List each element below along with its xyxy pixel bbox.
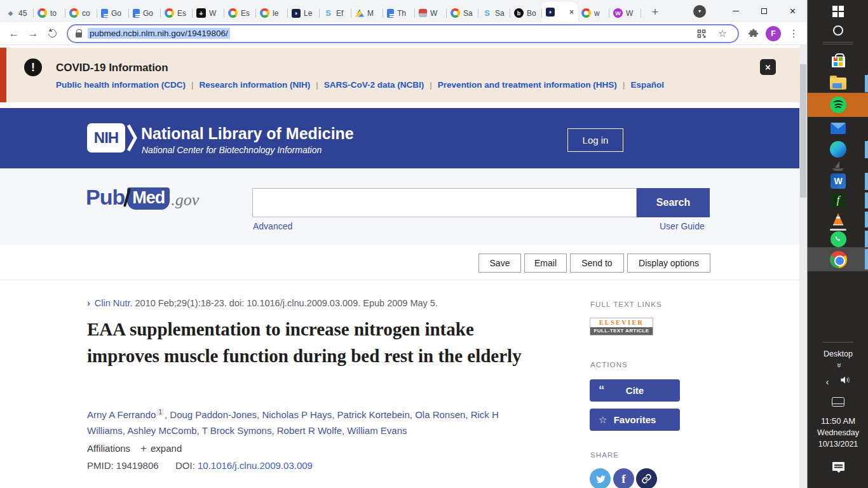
author-link[interactable]: Ola Ronsen (415, 409, 465, 420)
browser-tab[interactable]: Es (161, 4, 193, 22)
advanced-search-link[interactable]: Advanced (253, 221, 292, 231)
login-button[interactable]: Log in (567, 128, 623, 152)
word-button[interactable]: W (808, 173, 868, 189)
author-link[interactable]: Patrick Kortebein (337, 409, 410, 420)
back-button[interactable]: ← (6, 25, 22, 42)
browser-tab-active[interactable]: ››× (542, 2, 578, 22)
browser-tab[interactable]: +W (193, 4, 224, 22)
author-link[interactable]: Robert R Wolfe (277, 425, 342, 436)
clock-date[interactable]: 10/13/2021 (808, 440, 868, 449)
share-facebook-button[interactable]: f (613, 468, 634, 488)
favorites-button[interactable]: ☆ Favorites (590, 409, 680, 431)
cortana-button[interactable] (808, 24, 868, 37)
browser-tab[interactable]: w (578, 4, 609, 22)
reload-button[interactable] (44, 25, 60, 42)
start-button[interactable] (808, 4, 868, 18)
browser-tab[interactable]: le (256, 4, 288, 22)
toolbar-expand-button[interactable]: « (808, 360, 868, 370)
edge-button[interactable] (808, 141, 868, 158)
search-input[interactable] (252, 188, 637, 217)
author-link[interactable]: T Brock Symons (202, 425, 272, 436)
f-app-button[interactable]: f (808, 193, 868, 208)
author-link[interactable]: Ashley McComb (127, 425, 196, 436)
bookmark-star-icon[interactable]: ☆ (715, 26, 730, 41)
file-explorer-button[interactable] (808, 75, 868, 92)
ship-app-button[interactable] (808, 160, 868, 173)
scrollbar-thumb[interactable] (800, 64, 806, 198)
system-tray: ‹ (808, 375, 868, 388)
author-link[interactable]: Nicholas P Hays (262, 409, 332, 420)
window-minimize-button[interactable] (721, 0, 750, 22)
browser-tab[interactable]: ◆45 (2, 4, 34, 22)
author-affiliation-sup[interactable]: 1 (156, 409, 164, 416)
spotify-button[interactable] (808, 97, 868, 113)
vlc-button[interactable] (808, 212, 868, 227)
elsevier-full-text-badge[interactable]: ELSEVIER FULL-TEXT ARTICLE (590, 318, 653, 336)
browser-tab[interactable]: SSa (478, 4, 510, 22)
banner-close-button[interactable]: × (760, 59, 776, 75)
volume-icon[interactable] (839, 374, 851, 388)
profile-avatar[interactable]: F (766, 26, 781, 41)
covid-link-espanol[interactable]: Español (630, 80, 664, 90)
browser-tab[interactable]: Go (97, 4, 129, 22)
new-tab-button[interactable]: + (646, 3, 664, 21)
address-bar[interactable]: pubmed.ncbi.nlm.nih.gov/19419806/ ☆ (67, 24, 739, 43)
browser-tab[interactable]: Th (383, 4, 415, 22)
nih-logo[interactable]: NIH (87, 123, 125, 152)
author-link[interactable]: Arny A Ferrando (87, 409, 156, 420)
whatsapp-button[interactable] (808, 231, 868, 247)
browser-tab[interactable]: Es (224, 4, 256, 22)
covid-link-cdc[interactable]: Public health information (CDC) (56, 80, 186, 90)
tab-close-icon[interactable]: × (569, 8, 574, 17)
browser-tab[interactable]: W (415, 4, 447, 22)
browser-tab[interactable]: ››Le (288, 4, 320, 22)
covid-link-nih[interactable]: Research information (NIH) (200, 80, 311, 90)
clock-time[interactable]: 11:50 AM (808, 416, 868, 426)
covid-link-hhs[interactable]: Prevention and treatment information (HH… (438, 80, 617, 90)
window-maximize-button[interactable] (750, 0, 778, 22)
page-scrollbar[interactable] (799, 45, 807, 488)
display-options-button[interactable]: Display options (627, 254, 710, 273)
user-guide-link[interactable]: User Guide (660, 221, 705, 231)
affiliations-expand-button[interactable]: expand (151, 443, 182, 454)
clock-day[interactable]: Wednesday (808, 428, 868, 437)
url-text[interactable]: pubmed.ncbi.nlm.nih.gov/19419806/ (88, 28, 230, 39)
doi-link[interactable]: 10.1016/j.clnu.2009.03.009 (198, 460, 313, 471)
send-to-button[interactable]: Send to (570, 254, 624, 273)
lock-icon[interactable] (76, 32, 82, 37)
chrome-button[interactable] (808, 250, 868, 268)
qr-code-icon[interactable] (694, 26, 709, 41)
search-button[interactable]: Search (637, 188, 710, 217)
author-link[interactable]: William Evans (347, 425, 407, 436)
share-twitter-button[interactable] (590, 468, 611, 488)
action-center-button[interactable] (808, 460, 868, 473)
email-button[interactable]: Email (524, 254, 567, 273)
tab-search-button[interactable]: ▾ (693, 5, 706, 18)
browser-tab[interactable]: bBo (510, 4, 542, 22)
pubmed-logo[interactable]: Pub Med .gov (86, 185, 199, 210)
mail-button[interactable] (808, 121, 868, 136)
covid-link-ncbi[interactable]: SARS-CoV-2 data (NCBI) (324, 80, 424, 90)
tray-expand-chevron[interactable]: ‹ (826, 376, 829, 387)
browser-menu-icon[interactable]: ⋮ (786, 26, 801, 41)
journal-link[interactable]: Clin Nutr. (95, 298, 133, 308)
browser-tab[interactable]: SEf (320, 4, 351, 22)
show-desktop-button[interactable]: Desktop (808, 349, 868, 358)
browser-tab[interactable]: Sa (447, 4, 478, 22)
browser-tab[interactable]: to (34, 4, 65, 22)
browser-tab[interactable]: WW (609, 4, 641, 22)
save-button[interactable]: Save (478, 254, 521, 273)
browser-tab[interactable]: co (65, 4, 97, 22)
microsoft-store-button[interactable] (808, 53, 868, 70)
cite-button[interactable]: “ Cite (590, 379, 680, 402)
window-close-button[interactable]: × (778, 0, 807, 22)
extensions-icon[interactable] (745, 26, 761, 41)
forward-button[interactable]: → (25, 25, 41, 42)
expand-plus-icon[interactable]: + (140, 442, 147, 454)
touch-keyboard-button[interactable] (808, 395, 868, 408)
author-link[interactable]: Doug Paddon-Jones (170, 409, 257, 420)
browser-tab[interactable]: M (351, 4, 383, 22)
share-permalink-button[interactable] (636, 468, 657, 488)
browser-tab[interactable]: Go (129, 4, 161, 22)
browser-toolbar: ← → pubmed.ncbi.nlm.nih.gov/19419806/ ☆ … (0, 22, 807, 45)
